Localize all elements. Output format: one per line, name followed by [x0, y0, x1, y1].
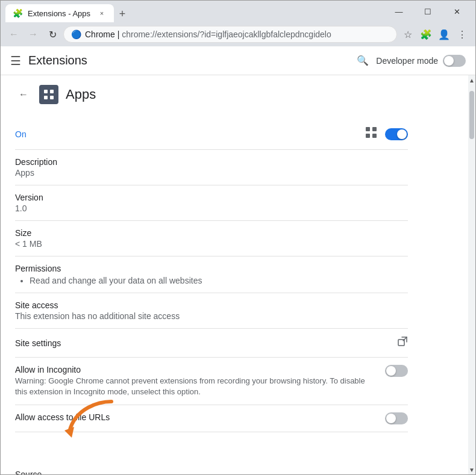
forward-nav-button[interactable]: →	[25, 26, 42, 43]
scroll-track	[468, 85, 475, 465]
svg-rect-1	[44, 90, 48, 93]
tab-bar: 🧩 Extensions - Apps × +	[5, 1, 383, 22]
allow-file-access-title: Allow access to file URLs	[15, 412, 375, 422]
browser-menu-button[interactable]: ⋮	[454, 26, 471, 43]
search-button[interactable]: 🔍	[354, 52, 371, 69]
bookmark-button[interactable]: ☆	[399, 26, 416, 43]
grid-icon[interactable]	[365, 126, 378, 142]
tab-favicon: 🧩	[13, 8, 23, 18]
maximize-button[interactable]: ☐	[414, 1, 442, 22]
external-link-icon[interactable]	[397, 336, 408, 350]
active-tab[interactable]: 🧩 Extensions - Apps ×	[5, 4, 114, 22]
scroll-down-button[interactable]: ▼	[468, 465, 475, 474]
svg-rect-2	[50, 90, 54, 93]
extensions-title: Extensions	[28, 54, 347, 67]
browser-window: 🧩 Extensions - Apps × + — ☐ ✕ ← → ↻ 🔵 Ch…	[0, 0, 476, 475]
on-off-row: On	[15, 119, 408, 150]
tab-title: Extensions - Apps	[28, 9, 92, 18]
svg-rect-4	[50, 96, 54, 99]
developer-mode-toggle[interactable]	[443, 55, 466, 67]
allow-file-access-toggle-knob	[386, 414, 396, 423]
allow-incognito-title: Allow in Incognito	[15, 365, 375, 374]
status-on-label: On	[15, 129, 27, 139]
svg-rect-7	[366, 134, 370, 138]
svg-rect-8	[372, 134, 377, 138]
site-access-value: This extension has no additional site ac…	[15, 311, 408, 321]
site-access-label: Site access	[15, 300, 408, 310]
extension-detail: ← Apps On	[1, 75, 422, 474]
extensions-button[interactable]: 🧩	[418, 26, 434, 43]
developer-mode-area: 🔍 Developer mode	[354, 52, 466, 69]
back-button[interactable]: ←	[15, 86, 32, 103]
back-nav-button[interactable]: ←	[5, 26, 22, 43]
allow-incognito-left: Allow in Incognito Warning: Google Chrom…	[15, 365, 375, 397]
allow-incognito-toggle-knob	[386, 366, 396, 376]
main-content: ← Apps On	[1, 75, 468, 474]
svg-rect-6	[372, 127, 377, 131]
address-actions: ☆ 🧩 👤 ⋮	[399, 26, 471, 43]
source-label: Source	[15, 470, 408, 474]
allow-incognito-description: Warning: Google Chrome cannot prevent ex…	[15, 376, 375, 397]
permission-item: Read and change all your data on all web…	[30, 276, 408, 285]
new-tab-button[interactable]: +	[114, 5, 131, 22]
site-settings-label: Site settings	[15, 338, 61, 348]
url-bar[interactable]: 🔵 Chrome | chrome://extensions/?id=iglfj…	[63, 26, 397, 43]
url-security-icon: 🔵	[71, 29, 81, 39]
extension-enable-toggle[interactable]	[385, 128, 408, 140]
svg-rect-0	[42, 87, 56, 102]
size-label: Size	[15, 228, 408, 238]
version-section: Version 1.0	[15, 185, 408, 221]
app-name: Apps	[66, 87, 96, 102]
content-wrapper: ← Apps On	[1, 75, 475, 474]
svg-rect-3	[44, 96, 48, 99]
reload-button[interactable]: ↻	[44, 26, 61, 43]
allow-file-access-left: Allow access to file URLs	[15, 412, 375, 423]
scrollbar[interactable]: ▲ ▼	[468, 75, 475, 474]
scroll-thumb[interactable]	[469, 91, 474, 139]
description-value: Apps	[15, 168, 408, 178]
on-row-right	[365, 126, 408, 142]
allow-incognito-toggle[interactable]	[385, 365, 408, 377]
permissions-section: Permissions Read and change all your dat…	[15, 256, 408, 293]
size-value: < 1 MB	[15, 239, 408, 249]
version-value: 1.0	[15, 203, 408, 213]
extension-enable-toggle-knob	[397, 129, 407, 139]
allow-file-access-toggle[interactable]	[385, 412, 408, 424]
version-label: Version	[15, 193, 408, 202]
minimize-button[interactable]: —	[385, 1, 413, 22]
back-header: ← Apps	[15, 85, 408, 109]
description-section: Description Apps	[15, 150, 408, 185]
permissions-label: Permissions	[15, 264, 408, 273]
size-section: Size < 1 MB	[15, 221, 408, 256]
close-button[interactable]: ✕	[443, 1, 471, 22]
description-label: Description	[15, 157, 408, 167]
tab-close-button[interactable]: ×	[97, 8, 107, 18]
svg-marker-10	[64, 427, 74, 438]
source-section: Source Not from Chrome Web Store.	[15, 462, 408, 474]
app-icon	[39, 85, 58, 104]
address-bar: ← → ↻ 🔵 Chrome | chrome://extensions/?id…	[1, 22, 475, 46]
hamburger-menu-icon[interactable]: ☰	[10, 54, 21, 68]
site-settings-row: Site settings	[15, 329, 408, 358]
svg-rect-5	[366, 127, 370, 131]
permissions-list: Read and change all your data on all web…	[15, 276, 408, 285]
allow-incognito-row: Allow in Incognito Warning: Google Chrom…	[15, 358, 408, 405]
profile-button[interactable]: 👤	[436, 26, 453, 43]
title-bar: 🧩 Extensions - Apps × + — ☐ ✕	[1, 1, 475, 22]
extensions-header: ☰ Extensions 🔍 Developer mode	[1, 46, 475, 75]
developer-mode-toggle-knob	[444, 56, 454, 66]
url-path: chrome://extensions/?id=iglfjaeojcakllgb…	[122, 29, 331, 39]
title-bar-controls: — ☐ ✕	[385, 1, 471, 22]
developer-mode-label: Developer mode	[376, 56, 438, 66]
allow-file-access-row: Allow access to file URLs	[15, 405, 408, 432]
site-access-section: Site access This extension has no additi…	[15, 293, 408, 329]
url-domain: Chrome	[85, 29, 115, 39]
scroll-up-button[interactable]: ▲	[468, 75, 475, 85]
url-text: Chrome | chrome://extensions/?id=iglfjae…	[85, 29, 389, 39]
